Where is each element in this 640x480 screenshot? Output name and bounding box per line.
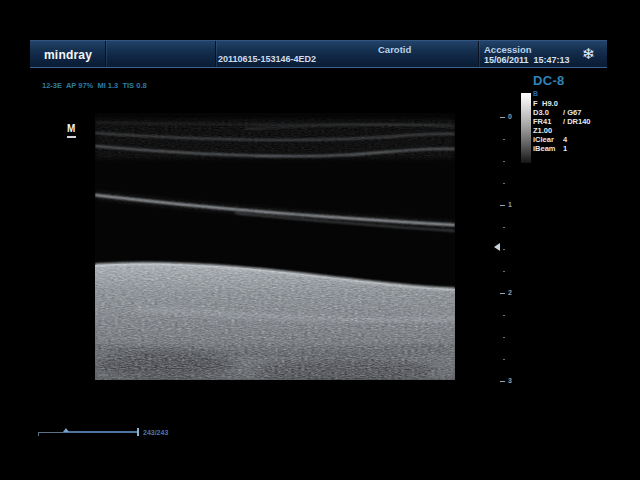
accession-label: Accession — [484, 44, 532, 55]
ruler-label: 0 — [508, 113, 512, 121]
cine-position-handle[interactable] — [137, 428, 139, 436]
focus-position-icon — [494, 243, 500, 251]
ruler-label: 1 — [508, 201, 512, 209]
ruler-label: 2 — [508, 289, 512, 297]
ruler-minor-tick — [503, 271, 505, 272]
ultrasound-image — [95, 113, 455, 380]
param-value: / G67 — [563, 108, 581, 117]
ruler-tick — [500, 205, 505, 206]
ultrasound-screen: mindray 20110615-153146-4ED2 Carotid Acc… — [0, 0, 640, 480]
param-row-zoom: Z1.00 — [533, 126, 591, 135]
probe-info-line: 12-3E AP 97% MI 1.3 TIS 0.8 — [42, 81, 147, 90]
header-bar: mindray 20110615-153146-4ED2 Carotid Acc… — [30, 40, 607, 68]
ruler-label: 3 — [508, 377, 512, 385]
param-row-framerate-dynamicrange: FR41/ DR140 — [533, 117, 591, 126]
mode-indicator: B — [533, 90, 538, 97]
param-key: iClear — [533, 135, 563, 144]
study-id: 20110615-153146-4ED2 — [218, 54, 316, 64]
exam-type-label: Carotid — [378, 44, 411, 55]
image-parameters: FH9.0 D3.0/ G67 FR41/ DR140 Z1.00 iClear… — [533, 99, 591, 153]
param-key: iBeam — [533, 144, 563, 153]
ruler-minor-tick — [503, 315, 505, 316]
ruler-tick — [500, 381, 505, 382]
ruler-minor-tick — [503, 161, 505, 162]
ruler-tick — [500, 293, 505, 294]
ruler-minor-tick — [503, 183, 505, 184]
param-value: / DR140 — [563, 117, 591, 126]
param-value: 1 — [563, 144, 567, 153]
mindray-logo: mindray — [44, 48, 92, 62]
param-key: F — [533, 99, 542, 108]
orientation-marker: M — [67, 123, 75, 134]
orientation-marker-bar — [67, 136, 76, 138]
param-key: FR41 — [533, 117, 563, 126]
header-separator — [478, 41, 479, 67]
param-row-frequency: FH9.0 — [533, 99, 591, 108]
cine-start-marker-icon[interactable] — [63, 428, 69, 432]
ruler-minor-tick — [503, 249, 505, 250]
param-row-iclear: iClear4 — [533, 135, 591, 144]
ruler-minor-tick — [503, 227, 505, 228]
ruler-minor-tick — [503, 337, 505, 338]
param-key: Z1.00 — [533, 126, 563, 135]
cine-track-start — [38, 432, 39, 436]
model-label: DC-8 — [533, 73, 565, 88]
header-separator — [105, 41, 106, 67]
header-separator — [215, 41, 216, 67]
param-row-depth-gain: D3.0/ G67 — [533, 108, 591, 117]
ruler-minor-tick — [503, 359, 505, 360]
param-value: H9.0 — [542, 99, 558, 108]
param-row-ibeam: iBeam1 — [533, 144, 591, 153]
ruler-tick — [500, 117, 505, 118]
grayscale-bar — [521, 93, 531, 163]
datetime-label: 15/06/2011 15:47:13 — [484, 55, 570, 65]
cine-frame-counter: 243/243 — [143, 429, 168, 436]
param-value: 4 — [563, 135, 567, 144]
freeze-snowflake-icon: ❄ — [582, 45, 595, 63]
ruler-minor-tick — [503, 139, 505, 140]
cine-active-range[interactable] — [66, 431, 137, 433]
carotid-bmode-graphic — [95, 113, 455, 380]
param-key: D3.0 — [533, 108, 563, 117]
